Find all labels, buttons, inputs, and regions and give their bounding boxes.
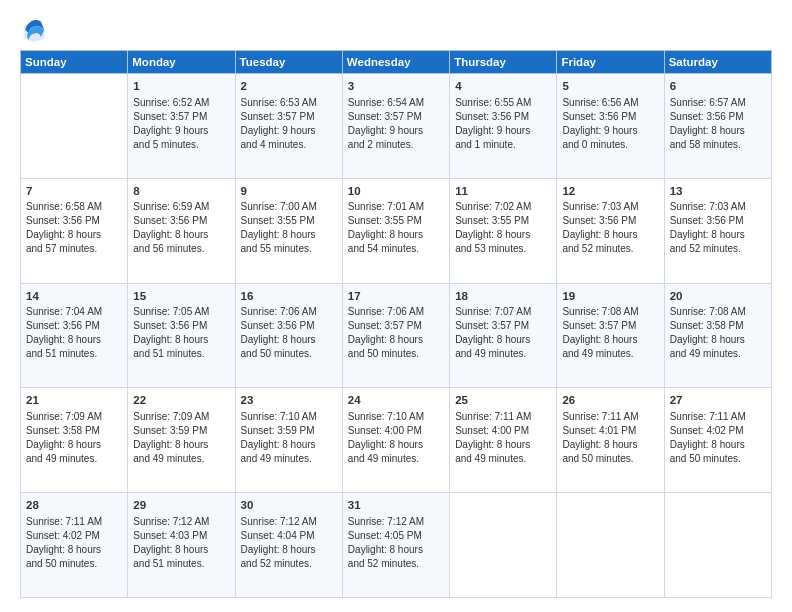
cell-content: Sunrise: 7:03 AM Sunset: 3:56 PM Dayligh… (562, 200, 658, 256)
calendar-cell: 21Sunrise: 7:09 AM Sunset: 3:58 PM Dayli… (21, 388, 128, 493)
day-number: 6 (670, 78, 766, 95)
calendar-cell: 31Sunrise: 7:12 AM Sunset: 4:05 PM Dayli… (342, 493, 449, 598)
day-header-monday: Monday (128, 51, 235, 74)
calendar-cell (450, 493, 557, 598)
day-header-thursday: Thursday (450, 51, 557, 74)
day-number: 2 (241, 78, 337, 95)
day-number: 24 (348, 392, 444, 409)
cell-content: Sunrise: 7:04 AM Sunset: 3:56 PM Dayligh… (26, 305, 122, 361)
calendar-cell: 15Sunrise: 7:05 AM Sunset: 3:56 PM Dayli… (128, 283, 235, 388)
day-number: 28 (26, 497, 122, 514)
cell-content: Sunrise: 7:02 AM Sunset: 3:55 PM Dayligh… (455, 200, 551, 256)
day-number: 13 (670, 183, 766, 200)
day-number: 18 (455, 288, 551, 305)
day-number: 16 (241, 288, 337, 305)
calendar-cell: 29Sunrise: 7:12 AM Sunset: 4:03 PM Dayli… (128, 493, 235, 598)
cell-content: Sunrise: 6:55 AM Sunset: 3:56 PM Dayligh… (455, 96, 551, 152)
day-number: 21 (26, 392, 122, 409)
day-number: 10 (348, 183, 444, 200)
day-number: 7 (26, 183, 122, 200)
cell-content: Sunrise: 7:08 AM Sunset: 3:58 PM Dayligh… (670, 305, 766, 361)
calendar-cell: 24Sunrise: 7:10 AM Sunset: 4:00 PM Dayli… (342, 388, 449, 493)
cell-content: Sunrise: 7:07 AM Sunset: 3:57 PM Dayligh… (455, 305, 551, 361)
calendar-cell: 26Sunrise: 7:11 AM Sunset: 4:01 PM Dayli… (557, 388, 664, 493)
calendar-header-row: SundayMondayTuesdayWednesdayThursdayFrid… (21, 51, 772, 74)
day-number: 26 (562, 392, 658, 409)
calendar-cell: 10Sunrise: 7:01 AM Sunset: 3:55 PM Dayli… (342, 178, 449, 283)
day-number: 27 (670, 392, 766, 409)
cell-content: Sunrise: 7:12 AM Sunset: 4:04 PM Dayligh… (241, 515, 337, 571)
cell-content: Sunrise: 6:54 AM Sunset: 3:57 PM Dayligh… (348, 96, 444, 152)
day-number: 12 (562, 183, 658, 200)
week-row-1: 1Sunrise: 6:52 AM Sunset: 3:57 PM Daylig… (21, 74, 772, 179)
week-row-4: 21Sunrise: 7:09 AM Sunset: 3:58 PM Dayli… (21, 388, 772, 493)
calendar-cell: 4Sunrise: 6:55 AM Sunset: 3:56 PM Daylig… (450, 74, 557, 179)
calendar-cell: 14Sunrise: 7:04 AM Sunset: 3:56 PM Dayli… (21, 283, 128, 388)
day-header-friday: Friday (557, 51, 664, 74)
cell-content: Sunrise: 6:58 AM Sunset: 3:56 PM Dayligh… (26, 200, 122, 256)
calendar-cell: 3Sunrise: 6:54 AM Sunset: 3:57 PM Daylig… (342, 74, 449, 179)
calendar-cell: 19Sunrise: 7:08 AM Sunset: 3:57 PM Dayli… (557, 283, 664, 388)
header (20, 18, 772, 42)
calendar-cell: 17Sunrise: 7:06 AM Sunset: 3:57 PM Dayli… (342, 283, 449, 388)
week-row-5: 28Sunrise: 7:11 AM Sunset: 4:02 PM Dayli… (21, 493, 772, 598)
day-number: 4 (455, 78, 551, 95)
calendar-cell: 2Sunrise: 6:53 AM Sunset: 3:57 PM Daylig… (235, 74, 342, 179)
day-number: 20 (670, 288, 766, 305)
day-number: 31 (348, 497, 444, 514)
calendar-cell: 25Sunrise: 7:11 AM Sunset: 4:00 PM Dayli… (450, 388, 557, 493)
cell-content: Sunrise: 6:57 AM Sunset: 3:56 PM Dayligh… (670, 96, 766, 152)
calendar-cell (664, 493, 771, 598)
cell-content: Sunrise: 6:52 AM Sunset: 3:57 PM Dayligh… (133, 96, 229, 152)
cell-content: Sunrise: 6:59 AM Sunset: 3:56 PM Dayligh… (133, 200, 229, 256)
day-number: 17 (348, 288, 444, 305)
cell-content: Sunrise: 7:09 AM Sunset: 3:59 PM Dayligh… (133, 410, 229, 466)
calendar-cell: 30Sunrise: 7:12 AM Sunset: 4:04 PM Dayli… (235, 493, 342, 598)
calendar-cell: 27Sunrise: 7:11 AM Sunset: 4:02 PM Dayli… (664, 388, 771, 493)
calendar-cell: 16Sunrise: 7:06 AM Sunset: 3:56 PM Dayli… (235, 283, 342, 388)
day-number: 3 (348, 78, 444, 95)
cell-content: Sunrise: 7:11 AM Sunset: 4:01 PM Dayligh… (562, 410, 658, 466)
calendar-cell: 11Sunrise: 7:02 AM Sunset: 3:55 PM Dayli… (450, 178, 557, 283)
day-header-tuesday: Tuesday (235, 51, 342, 74)
cell-content: Sunrise: 7:10 AM Sunset: 3:59 PM Dayligh… (241, 410, 337, 466)
cell-content: Sunrise: 7:00 AM Sunset: 3:55 PM Dayligh… (241, 200, 337, 256)
day-number: 23 (241, 392, 337, 409)
cell-content: Sunrise: 7:12 AM Sunset: 4:03 PM Dayligh… (133, 515, 229, 571)
cell-content: Sunrise: 6:56 AM Sunset: 3:56 PM Dayligh… (562, 96, 658, 152)
day-number: 5 (562, 78, 658, 95)
week-row-3: 14Sunrise: 7:04 AM Sunset: 3:56 PM Dayli… (21, 283, 772, 388)
cell-content: Sunrise: 7:06 AM Sunset: 3:57 PM Dayligh… (348, 305, 444, 361)
cell-content: Sunrise: 7:09 AM Sunset: 3:58 PM Dayligh… (26, 410, 122, 466)
calendar-cell: 18Sunrise: 7:07 AM Sunset: 3:57 PM Dayli… (450, 283, 557, 388)
day-header-sunday: Sunday (21, 51, 128, 74)
calendar-cell: 9Sunrise: 7:00 AM Sunset: 3:55 PM Daylig… (235, 178, 342, 283)
cell-content: Sunrise: 6:53 AM Sunset: 3:57 PM Dayligh… (241, 96, 337, 152)
day-number: 15 (133, 288, 229, 305)
calendar-cell: 20Sunrise: 7:08 AM Sunset: 3:58 PM Dayli… (664, 283, 771, 388)
day-header-wednesday: Wednesday (342, 51, 449, 74)
day-number: 19 (562, 288, 658, 305)
cell-content: Sunrise: 7:11 AM Sunset: 4:02 PM Dayligh… (670, 410, 766, 466)
cell-content: Sunrise: 7:12 AM Sunset: 4:05 PM Dayligh… (348, 515, 444, 571)
page: SundayMondayTuesdayWednesdayThursdayFrid… (0, 0, 792, 612)
calendar-cell: 12Sunrise: 7:03 AM Sunset: 3:56 PM Dayli… (557, 178, 664, 283)
calendar-cell: 6Sunrise: 6:57 AM Sunset: 3:56 PM Daylig… (664, 74, 771, 179)
calendar-body: 1Sunrise: 6:52 AM Sunset: 3:57 PM Daylig… (21, 74, 772, 598)
day-header-saturday: Saturday (664, 51, 771, 74)
cell-content: Sunrise: 7:10 AM Sunset: 4:00 PM Dayligh… (348, 410, 444, 466)
cell-content: Sunrise: 7:05 AM Sunset: 3:56 PM Dayligh… (133, 305, 229, 361)
week-row-2: 7Sunrise: 6:58 AM Sunset: 3:56 PM Daylig… (21, 178, 772, 283)
day-number: 9 (241, 183, 337, 200)
day-number: 30 (241, 497, 337, 514)
calendar-cell (557, 493, 664, 598)
cell-content: Sunrise: 7:11 AM Sunset: 4:00 PM Dayligh… (455, 410, 551, 466)
calendar-cell: 1Sunrise: 6:52 AM Sunset: 3:57 PM Daylig… (128, 74, 235, 179)
calendar-table: SundayMondayTuesdayWednesdayThursdayFrid… (20, 50, 772, 598)
calendar-cell: 22Sunrise: 7:09 AM Sunset: 3:59 PM Dayli… (128, 388, 235, 493)
cell-content: Sunrise: 7:03 AM Sunset: 3:56 PM Dayligh… (670, 200, 766, 256)
cell-content: Sunrise: 7:01 AM Sunset: 3:55 PM Dayligh… (348, 200, 444, 256)
day-number: 14 (26, 288, 122, 305)
logo-icon (20, 18, 48, 42)
day-number: 11 (455, 183, 551, 200)
